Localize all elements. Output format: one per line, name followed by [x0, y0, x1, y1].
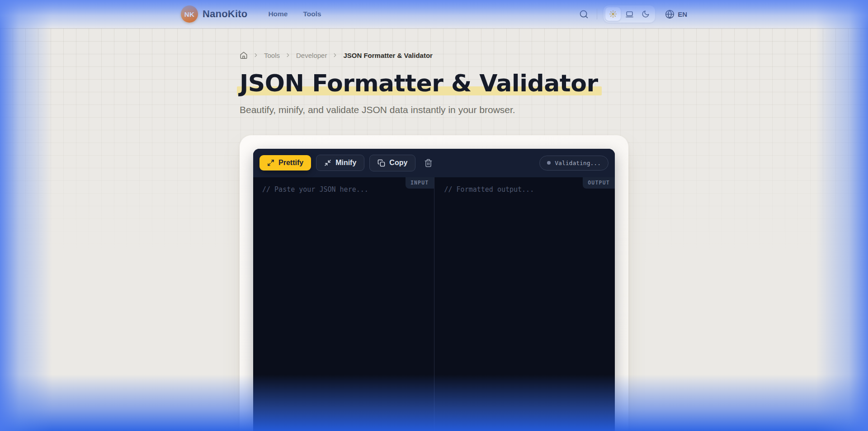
breadcrumb-link-tools[interactable]: Tools — [264, 52, 280, 59]
moon-icon — [642, 10, 650, 18]
site-header: NK NanoKito Home Tools — [0, 0, 868, 28]
language-label: EN — [678, 10, 687, 18]
theme-light-button[interactable] — [605, 7, 621, 21]
main-nav: Home Tools — [268, 10, 321, 18]
expand-icon — [267, 159, 274, 166]
validation-status-badge: Validating... — [539, 156, 609, 171]
minify-button[interactable]: Minify — [316, 155, 364, 171]
collapse-icon — [324, 159, 331, 166]
breadcrumb-link-developer[interactable]: Developer — [296, 52, 327, 59]
json-input-textarea[interactable] — [253, 177, 434, 431]
page-title: JSON Formatter & Validator — [240, 70, 628, 97]
breadcrumb-home-link[interactable] — [240, 51, 248, 59]
sun-icon — [609, 10, 617, 18]
nav-link-tools[interactable]: Tools — [303, 10, 321, 18]
editor-split-view: INPUT OUTPUT // Formatted output... — [253, 177, 615, 431]
search-icon — [579, 9, 589, 19]
tool-card: Prettify Minify Copy — [240, 135, 628, 431]
output-pane-tag: OUTPUT — [583, 177, 615, 189]
copy-button[interactable]: Copy — [369, 155, 415, 171]
brand-name: NanoKito — [203, 8, 247, 20]
home-icon — [240, 51, 248, 59]
breadcrumb: Tools Developer JSON Formatter & Validat… — [240, 51, 628, 59]
minify-label: Minify — [335, 159, 356, 166]
language-button[interactable]: EN — [665, 9, 687, 19]
status-dot-icon — [547, 161, 551, 165]
main-content: Tools Developer JSON Formatter & Validat… — [240, 51, 628, 431]
page-subtitle: Beautify, minify, and validate JSON data… — [240, 104, 628, 115]
input-pane: INPUT — [253, 177, 434, 431]
clear-button[interactable] — [421, 156, 435, 170]
input-pane-tag: INPUT — [406, 177, 434, 189]
json-tool-panel: Prettify Minify Copy — [253, 149, 615, 431]
chevron-right-icon — [253, 52, 259, 58]
theme-dark-button[interactable] — [638, 7, 653, 21]
header-divider — [597, 9, 597, 19]
logo-badge: NK — [181, 5, 198, 23]
theme-system-button[interactable] — [622, 7, 637, 21]
prettify-label: Prettify — [278, 159, 303, 166]
logo-initials: NK — [184, 10, 194, 18]
chevron-right-icon — [332, 52, 338, 58]
brand-logo[interactable]: NK NanoKito — [181, 5, 247, 23]
laptop-icon — [625, 10, 634, 19]
breadcrumb-current: JSON Formatter & Validator — [343, 52, 433, 59]
copy-icon — [377, 159, 385, 167]
globe-icon — [665, 9, 675, 19]
output-pane: OUTPUT // Formatted output... — [434, 177, 615, 431]
search-button[interactable] — [577, 8, 590, 21]
prettify-button[interactable]: Prettify — [259, 155, 311, 171]
copy-label: Copy — [389, 159, 407, 166]
tool-toolbar: Prettify Minify Copy — [253, 149, 615, 177]
trash-icon — [424, 159, 433, 167]
chevron-right-icon — [285, 52, 291, 58]
theme-toggle-group — [604, 5, 655, 23]
status-label: Validating... — [555, 160, 601, 166]
nav-link-home[interactable]: Home — [268, 10, 288, 18]
